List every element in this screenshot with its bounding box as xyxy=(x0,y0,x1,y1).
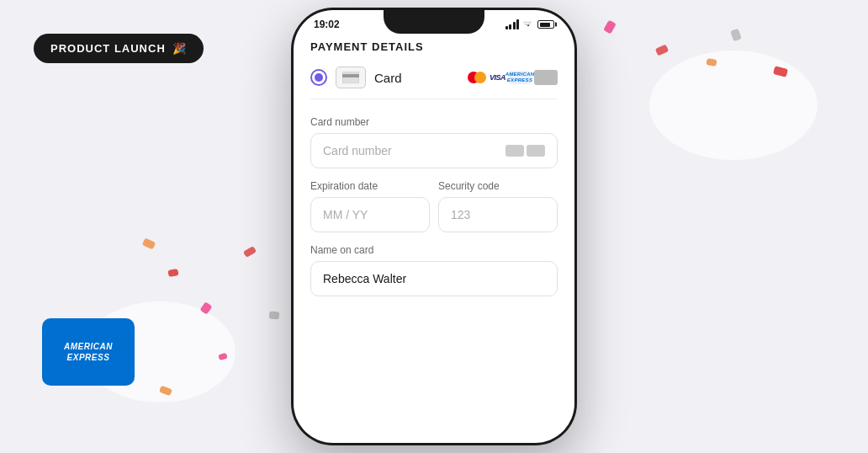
confetti-piece-2 xyxy=(603,19,617,34)
card-number-placeholder: Card number xyxy=(323,144,392,157)
radio-inner xyxy=(315,73,323,82)
payment-title: PAYMENT DETAILS xyxy=(310,40,558,53)
amex-small-logo: AMERICANEXPRESS xyxy=(509,71,531,84)
confetti-piece-10 xyxy=(243,246,257,258)
battery-icon xyxy=(537,20,554,29)
card-number-label: Card number xyxy=(310,116,558,128)
confetti-piece-3 xyxy=(655,44,669,56)
expiration-label: Expiration date xyxy=(310,180,430,192)
signal-bars-icon xyxy=(505,19,520,29)
name-group: Name on card Rebecca Walter xyxy=(310,244,558,296)
chip-icon xyxy=(505,145,524,157)
name-label: Name on card xyxy=(310,244,558,256)
confetti-piece-8 xyxy=(167,269,178,277)
security-group: Security code 123 xyxy=(438,180,558,232)
mastercard-logo xyxy=(468,72,486,83)
expiry-security-row: Expiration date MM / YY Security code 12… xyxy=(310,180,558,244)
phone-screen: 19:02 xyxy=(294,10,574,443)
security-input[interactable]: 123 xyxy=(438,197,558,232)
signal-bar-2 xyxy=(509,24,511,29)
status-time: 19:02 xyxy=(314,19,340,30)
amex-text: AMERICANEXPRESS xyxy=(64,341,113,363)
amex-card-decoration: AMERICANEXPRESS xyxy=(42,318,135,386)
card-logos: VISA AMERICANEXPRESS xyxy=(468,70,558,85)
status-icons xyxy=(505,19,555,29)
badge-emoji: 🎉 xyxy=(172,42,187,55)
svg-rect-1 xyxy=(342,74,359,77)
security-label: Security code xyxy=(438,180,558,192)
phone-notch xyxy=(384,10,484,34)
payment-method-row[interactable]: Card VISA AMERICANEXPRESS xyxy=(310,67,558,99)
security-placeholder: 123 xyxy=(451,208,470,221)
confetti-piece-11 xyxy=(269,311,280,319)
card-icon xyxy=(342,72,359,83)
card-number-input[interactable]: Card number xyxy=(310,133,558,168)
confetti-piece-7 xyxy=(142,237,156,249)
name-placeholder: Rebecca Walter xyxy=(323,272,406,285)
signal-bar-4 xyxy=(516,19,519,29)
cloud-decoration-right xyxy=(649,51,818,160)
chip-icon-2 xyxy=(527,145,545,157)
signal-bar-1 xyxy=(505,26,508,29)
card-icon-box xyxy=(336,67,366,88)
generic-card-logo xyxy=(534,70,558,85)
payment-content: PAYMENT DETAILS Card xyxy=(294,34,574,325)
card-chip-icons xyxy=(505,145,545,157)
card-label: Card xyxy=(374,71,459,85)
wifi-icon xyxy=(522,19,534,29)
phone-wrapper: 19:02 xyxy=(291,8,577,445)
expiration-group: Expiration date MM / YY xyxy=(310,180,430,232)
product-launch-badge: PRODUCT LAUNCH 🎉 xyxy=(34,34,204,63)
expiration-placeholder: MM / YY xyxy=(323,208,368,221)
confetti-piece-5 xyxy=(730,29,742,42)
visa-logo: VISA xyxy=(490,73,505,82)
battery-fill xyxy=(540,23,550,27)
expiration-input[interactable]: MM / YY xyxy=(310,197,430,232)
badge-label: PRODUCT LAUNCH xyxy=(50,42,166,55)
name-input[interactable]: Rebecca Walter xyxy=(310,261,558,296)
phone-frame: 19:02 xyxy=(291,8,577,445)
mc-right-circle xyxy=(474,72,486,83)
signal-bar-3 xyxy=(513,22,516,29)
card-number-group: Card number Card number xyxy=(310,116,558,168)
radio-button-selected[interactable] xyxy=(310,69,327,86)
